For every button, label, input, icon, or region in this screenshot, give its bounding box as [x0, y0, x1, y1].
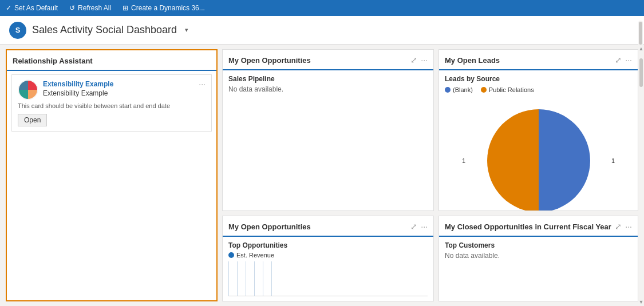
card-header-opp-bottom: My Open Opportunities ⤢ ···	[223, 216, 433, 237]
bar-line-3	[246, 261, 246, 296]
leads-legend: (Blank) Public Relations	[445, 86, 632, 93]
ra-item-description: This card should be visible between star…	[18, 102, 206, 109]
card-body-opportunities: Sales Pipeline No data available.	[223, 70, 433, 210]
bar-line-4	[254, 261, 255, 296]
ra-more-icon[interactable]: ···	[199, 80, 206, 89]
create-dynamics-label: Create a Dynamics 36...	[131, 4, 205, 12]
sales-pipeline-label: Sales Pipeline	[228, 75, 428, 83]
expand-icon[interactable]: ⤢	[410, 55, 417, 65]
scroll-down-icon[interactable]: ▼	[639, 299, 644, 305]
legend-item-pr: Public Relations	[481, 86, 534, 93]
top-opp-label: Top Opportunities	[228, 241, 428, 249]
avatar: S	[9, 22, 26, 39]
my-open-opportunities-bottom-card: My Open Opportunities ⤢ ··· Top Opportun…	[222, 216, 434, 301]
est-revenue-label: Est. Revenue	[236, 252, 274, 259]
pie-segment-pr	[487, 109, 539, 210]
card-actions-leads: ⤢ ···	[615, 55, 632, 65]
ra-card-body: Extensibility Example ··· Extensibility …	[7, 71, 216, 300]
legend-dot-blank	[445, 87, 451, 93]
scroll-up-icon[interactable]: ▲	[639, 46, 644, 51]
card-body-leads: Leads by Source (Blank) Public Relations…	[439, 70, 638, 210]
pie-segment-blank	[539, 109, 590, 210]
more-leads-icon[interactable]: ···	[625, 55, 632, 65]
scroll-thumb	[639, 58, 643, 87]
card-title-opp-bottom: My Open Opportunities	[228, 222, 311, 231]
card-header-leads: My Open Leads ⤢ ···	[439, 50, 638, 70]
my-open-opportunities-card: My Open Opportunities ⤢ ··· Sales Pipeli…	[222, 49, 434, 211]
more-icon[interactable]: ···	[421, 55, 428, 65]
ra-open-button[interactable]: Open	[18, 114, 47, 126]
card-header-closed: My Closed Opportunities in Current Fisca…	[439, 216, 638, 237]
set-default-label: Set As Default	[14, 4, 58, 12]
card-actions-opportunities: ⤢ ···	[410, 55, 428, 65]
legend-label-blank: (Blank)	[453, 86, 473, 93]
bar-line-6	[271, 261, 272, 296]
expand-opp-bottom-icon[interactable]: ⤢	[410, 222, 417, 231]
expand-closed-icon[interactable]: ⤢	[615, 222, 622, 231]
legend-item-blank: (Blank)	[445, 86, 473, 93]
expand-leads-icon[interactable]: ⤢	[615, 55, 622, 65]
main-content: My Open Opportunities ⤢ ··· Sales Pipeli…	[0, 45, 644, 306]
card-title-ra: Relationship Assistant	[13, 57, 93, 65]
set-default-icon: ✓	[6, 4, 11, 12]
card-header-opportunities: My Open Opportunities ⤢ ···	[223, 50, 433, 70]
more-opp-bottom-icon[interactable]: ···	[421, 222, 428, 231]
card-body-opp-bottom: Top Opportunities Est. Revenue	[223, 237, 433, 301]
ra-item: Extensibility Example ··· Extensibility …	[11, 74, 212, 132]
card-actions-opp-bottom: ⤢ ···	[410, 222, 428, 231]
card-title-closed: My Closed Opportunities in Current Fisca…	[445, 222, 611, 231]
my-closed-opportunities-card: My Closed Opportunities in Current Fisca…	[438, 216, 638, 301]
create-dynamics-icon: ⊞	[123, 4, 128, 12]
ra-item-header: Extensibility Example ··· Extensibility …	[18, 80, 206, 100]
pie-label-left: 1	[462, 157, 465, 164]
top-navigation: ✓ Set As Default ↺ Refresh All ⊞ Create …	[0, 0, 644, 16]
relationship-assistant-card: Relationship Assistant Extensibility E	[6, 49, 218, 301]
leads-by-source-label: Leads by Source	[445, 75, 632, 83]
scroll-track	[639, 53, 643, 298]
my-open-leads-card: My Open Leads ⤢ ··· Leads by Source (Bla…	[438, 49, 638, 211]
bar-line-5	[263, 261, 263, 296]
header-bar: S Sales Activity Social Dashboard ▾	[0, 16, 644, 45]
title-dropdown-icon[interactable]: ▾	[185, 26, 188, 34]
no-data-closed: No data available.	[445, 252, 632, 260]
pie-label-right: 1	[611, 157, 615, 164]
no-data-label: No data available.	[228, 85, 428, 93]
bar-line-1	[228, 261, 229, 296]
refresh-all-button[interactable]: ↺ Refresh All	[69, 4, 111, 12]
page-scrollbar[interactable]: ▲ ▼	[638, 45, 644, 306]
bar-chart-area	[228, 262, 428, 296]
ra-item-icon	[18, 80, 38, 100]
more-closed-icon[interactable]: ···	[625, 222, 632, 231]
ra-item-title[interactable]: Extensibility Example	[43, 80, 113, 88]
card-body-closed: Top Customers No data available.	[439, 237, 638, 301]
set-as-default-button[interactable]: ✓ Set As Default	[6, 4, 58, 12]
top-customers-label: Top Customers	[445, 241, 632, 249]
est-dot	[228, 252, 234, 258]
ra-item-title-row: Extensibility Example ···	[43, 80, 206, 89]
card-header-ra: Relationship Assistant	[7, 50, 216, 71]
est-revenue-legend: Est. Revenue	[228, 252, 428, 259]
create-dynamics-button[interactable]: ⊞ Create a Dynamics 36...	[123, 4, 205, 12]
page-title: Sales Activity Social Dashboard	[32, 24, 177, 36]
ra-item-content: Extensibility Example ··· Extensibility …	[43, 80, 206, 97]
ra-item-subtitle: Extensibility Example	[43, 89, 206, 97]
card-title-leads: My Open Leads	[445, 56, 500, 65]
bar-line-2	[237, 261, 238, 296]
refresh-icon: ↺	[69, 4, 75, 12]
refresh-all-label: Refresh All	[78, 4, 111, 12]
legend-label-pr: Public Relations	[489, 86, 534, 93]
card-title-opportunities: My Open Opportunities	[228, 56, 311, 65]
legend-dot-pr	[481, 87, 487, 93]
pie-chart-container: 1 1	[445, 98, 632, 210]
pie-chart	[487, 109, 590, 210]
card-actions-closed: ⤢ ···	[615, 222, 632, 231]
